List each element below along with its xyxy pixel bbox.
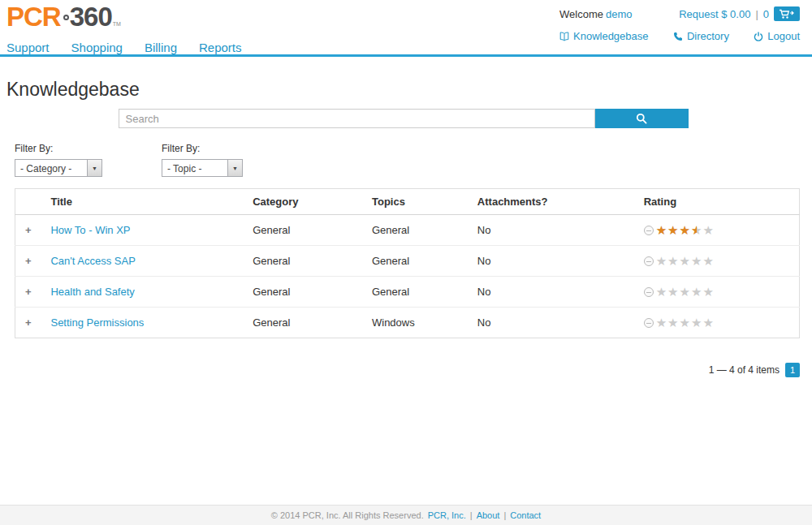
filters: Filter By: - Category - ▼ Filter By: - T…	[15, 143, 800, 177]
logout-link-label: Logout	[767, 30, 800, 42]
footer-contact-link[interactable]: Contact	[510, 510, 541, 520]
category-select-value: - Category -	[15, 160, 87, 176]
copyright-text: © 2014 PCR, Inc. All Rights Reserved.	[271, 510, 424, 520]
expand-button[interactable]: +	[22, 316, 32, 329]
request-area: Request $ 0.00 | 0	[679, 6, 800, 21]
header-left: PCR360TM Support Shopping Billing Report…	[6, 0, 242, 54]
cell-attachments: No	[471, 308, 637, 338]
cell-category: General	[246, 277, 365, 308]
pagination: 1 — 4 of 4 items 1	[15, 363, 800, 377]
header-category: Category	[246, 189, 365, 215]
footer-about-link[interactable]: About	[477, 510, 500, 520]
category-filter-group: Filter By: - Category - ▼	[15, 143, 102, 177]
logo-text-pcr: PCR	[6, 2, 61, 32]
cart-button[interactable]	[774, 6, 800, 21]
search-icon	[636, 113, 647, 124]
header-topics: Topics	[365, 189, 471, 215]
welcome-label: Welcome	[559, 8, 603, 20]
knowledgebase-link[interactable]: Knowledgebase	[559, 30, 649, 42]
clear-rating-icon[interactable]	[644, 256, 654, 266]
header-top-row: Welcomedemo Request $ 0.00 | 0	[559, 6, 800, 21]
article-title-link[interactable]: Health and Safety	[50, 286, 134, 298]
table-row: + Health and Safety General General No ★…	[15, 277, 800, 308]
directory-link[interactable]: Directory	[673, 30, 729, 42]
expand-button[interactable]: +	[22, 224, 32, 236]
welcome-user-link[interactable]: demo	[606, 8, 633, 20]
cell-attachments: No	[471, 215, 637, 246]
knowledgebase-link-label: Knowledgebase	[573, 30, 649, 42]
clear-rating-icon[interactable]	[644, 287, 654, 297]
article-title-link[interactable]: Can't Access SAP	[50, 255, 135, 267]
cell-attachments: No	[471, 277, 637, 308]
footer: © 2014 PCR, Inc. All Rights Reserved. PC…	[0, 505, 812, 525]
rating-stars[interactable]: ★★★★★★★★★★	[656, 286, 715, 298]
request-total-link[interactable]: Request $ 0.00	[679, 8, 750, 20]
footer-pcr-link[interactable]: PCR, Inc.	[428, 510, 466, 520]
rating-widget[interactable]: ★★★★★★★★★★	[644, 224, 793, 236]
nav-billing[interactable]: Billing	[145, 41, 177, 54]
power-icon	[754, 32, 763, 41]
footer-separator: |	[470, 510, 473, 520]
logo-trademark: TM	[113, 21, 121, 27]
cell-category: General	[246, 308, 365, 338]
page-1-button[interactable]: 1	[785, 363, 800, 377]
header: PCR360TM Support Shopping Billing Report…	[0, 0, 812, 57]
topic-filter-label: Filter By:	[162, 143, 243, 154]
logo[interactable]: PCR360TM	[6, 2, 242, 40]
book-icon	[559, 32, 569, 41]
topic-filter-group: Filter By: - Topic - ▼	[162, 143, 243, 177]
clear-rating-icon[interactable]	[644, 318, 654, 328]
header-title: Title	[44, 189, 246, 215]
results-table: Title Category Topics Attachments? Ratin…	[15, 188, 800, 338]
chevron-down-icon: ▼	[87, 160, 102, 176]
search-bar	[119, 109, 689, 128]
cart-icon	[779, 9, 795, 19]
logo-ring-icon	[63, 15, 69, 20]
header-expand	[15, 189, 45, 215]
header-rating: Rating	[637, 189, 800, 215]
search-input[interactable]	[119, 109, 595, 128]
header-attachments: Attachments?	[471, 189, 637, 215]
table-row: + How To - Win XP General General No ★★★…	[15, 215, 800, 246]
nav-support[interactable]: Support	[6, 41, 50, 54]
clear-rating-icon[interactable]	[644, 226, 654, 235]
article-title-link[interactable]: Setting Permissions	[50, 316, 144, 329]
table-header-row: Title Category Topics Attachments? Ratin…	[15, 189, 800, 215]
topic-select[interactable]: - Topic - ▼	[162, 159, 243, 177]
category-select[interactable]: - Category - ▼	[15, 159, 102, 177]
cell-category: General	[246, 246, 365, 277]
rating-stars[interactable]: ★★★★★★★★★★	[656, 316, 715, 329]
category-filter-label: Filter By:	[15, 143, 102, 154]
main-content: Knowledgebase Filter By: - Category - ▼ …	[0, 79, 812, 377]
chevron-down-icon: ▼	[227, 160, 242, 176]
cell-topics: General	[365, 277, 471, 308]
main-nav: Support Shopping Billing Reports	[6, 41, 242, 54]
cell-topics: Windows	[365, 308, 471, 338]
nav-shopping[interactable]: Shopping	[71, 41, 123, 54]
rating-widget[interactable]: ★★★★★★★★★★	[644, 286, 793, 298]
rating-stars[interactable]: ★★★★★★★★★★	[656, 224, 715, 236]
rating-widget[interactable]: ★★★★★★★★★★	[644, 255, 793, 267]
request-count-link[interactable]: 0	[763, 8, 769, 20]
cell-attachments: No	[471, 246, 637, 277]
logout-link[interactable]: Logout	[754, 30, 800, 42]
header-right: Welcomedemo Request $ 0.00 | 0	[559, 0, 800, 54]
pagination-summary: 1 — 4 of 4 items	[709, 364, 780, 376]
cell-topics: General	[365, 215, 471, 246]
footer-separator: |	[503, 510, 506, 520]
nav-reports[interactable]: Reports	[199, 41, 242, 54]
table-row: + Can't Access SAP General General No ★★…	[15, 246, 800, 277]
rating-widget[interactable]: ★★★★★★★★★★	[644, 316, 793, 329]
phone-icon	[673, 32, 683, 41]
expand-button[interactable]: +	[22, 255, 32, 267]
cell-category: General	[246, 215, 365, 246]
topic-select-value: - Topic -	[162, 160, 227, 176]
welcome-text: Welcomedemo	[559, 8, 632, 20]
article-title-link[interactable]: How To - Win XP	[50, 224, 130, 236]
rating-stars[interactable]: ★★★★★★★★★★	[656, 255, 715, 267]
directory-link-label: Directory	[687, 30, 729, 42]
expand-button[interactable]: +	[22, 286, 32, 298]
page-title: Knowledgebase	[6, 79, 800, 101]
search-button[interactable]	[595, 109, 689, 128]
header-quick-links: Knowledgebase Directory Logout	[559, 30, 800, 42]
